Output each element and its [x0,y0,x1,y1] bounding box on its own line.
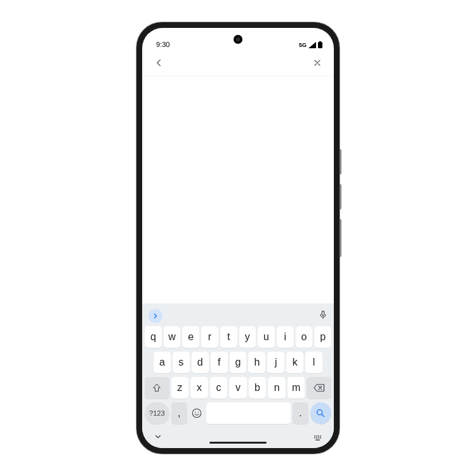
key-z[interactable]: z [171,377,189,399]
svg-rect-1 [319,41,321,43]
emoji-key[interactable] [189,402,205,424]
key-g[interactable]: g [230,352,247,373]
keyboard-row-4: ?123 , . [142,402,334,428]
key-c[interactable]: c [210,377,228,399]
svg-point-6 [314,435,315,437]
emoji-icon [191,407,202,419]
nav-bar [142,428,334,448]
key-t[interactable]: t [220,326,237,348]
network-label: 5G [299,42,307,48]
svg-point-12 [318,437,319,439]
signal-icon [308,42,316,48]
svg-point-5 [317,410,322,415]
screen: 9:30 5G [142,28,334,448]
key-w[interactable]: w [164,326,181,348]
backspace-key[interactable] [307,377,331,399]
volume-down-button [340,184,341,209]
chevron-left-icon [153,57,164,69]
key-y[interactable]: y [239,326,256,348]
key-n[interactable]: n [268,377,286,399]
close-button[interactable] [310,55,325,70]
key-k[interactable]: k [286,352,303,373]
svg-point-13 [320,437,321,439]
svg-point-3 [195,412,196,413]
key-s[interactable]: s [173,352,190,373]
status-time: 9:30 [156,41,169,48]
power-button [340,219,341,257]
key-l[interactable]: l [305,352,322,373]
svg-rect-14 [315,440,320,441]
microphone-icon [319,310,327,320]
battery-icon [318,41,322,48]
keyboard-row-3: z x c v b n m [142,377,334,399]
svg-point-7 [316,435,317,437]
content-area[interactable] [142,76,334,303]
key-q[interactable]: q [145,326,162,348]
keyboard-grid-icon [314,435,322,441]
svg-point-11 [316,437,317,439]
key-o[interactable]: o [296,326,313,348]
keyboard-switch-button[interactable] [314,432,322,444]
key-a[interactable]: a [154,352,171,373]
svg-point-10 [314,437,315,439]
shift-icon [152,383,162,393]
search-icon [315,408,326,418]
keyboard-row-2: a s d f g h j k l [142,352,334,373]
key-d[interactable]: d [192,352,209,373]
svg-point-4 [197,412,199,413]
key-x[interactable]: x [190,377,208,399]
shift-key[interactable] [145,377,169,399]
keyboard: q w e r t y u i o p a s d f g h j k l [142,303,334,448]
front-camera [234,35,242,44]
svg-point-8 [318,435,319,437]
svg-rect-0 [318,42,322,48]
key-b[interactable]: b [249,377,267,399]
backspace-icon [314,383,325,392]
expand-toolbar-button[interactable] [149,309,162,323]
key-v[interactable]: v [229,377,247,399]
gesture-handle[interactable] [209,442,267,444]
voice-input-button[interactable] [319,310,327,322]
key-u[interactable]: u [258,326,275,348]
key-p[interactable]: p [314,326,331,348]
status-right: 5G [299,41,322,48]
search-action-key[interactable] [310,402,331,424]
key-e[interactable]: e [182,326,199,348]
back-button[interactable] [151,55,166,70]
period-key[interactable]: . [293,402,308,424]
chevron-right-icon [152,312,159,320]
space-key[interactable] [206,402,291,424]
key-i[interactable]: i [277,326,294,348]
key-m[interactable]: m [288,377,305,399]
keyboard-hide-button[interactable] [154,432,162,444]
svg-point-9 [320,435,321,437]
keyboard-row-1: q w e r t y u i o p [142,326,334,348]
symbols-key[interactable]: ?123 [145,402,169,424]
key-f[interactable]: f [211,352,228,373]
key-r[interactable]: r [201,326,218,348]
svg-point-2 [192,409,201,418]
chevron-down-icon [154,432,162,441]
close-icon [312,58,322,68]
key-h[interactable]: h [248,352,265,373]
suggestion-row [142,307,334,326]
phone-frame: 9:30 5G [136,22,340,454]
comma-key[interactable]: , [171,402,187,424]
key-j[interactable]: j [267,352,284,373]
volume-up-button [340,149,341,175]
app-bar [142,50,334,76]
